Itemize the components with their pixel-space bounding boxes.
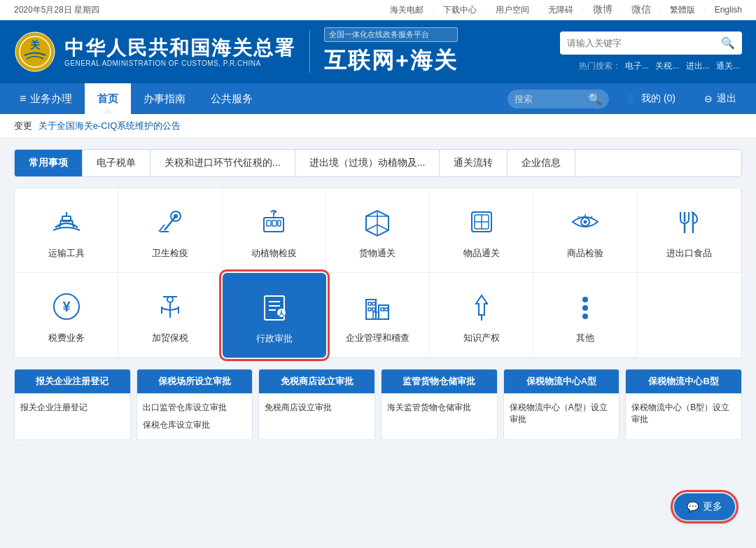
search-button[interactable]: 🔍 [714,31,742,55]
service-hygiene[interactable]: 卫生检疫 [118,188,222,273]
hot-link-4[interactable]: 通关... [716,61,740,71]
date-display: 2020年5月28日 星期四 [14,4,99,16]
announcement-link[interactable]: 关于全国海关e-CIQ系统维护的公告 [38,120,181,131]
card-duty-free-link-0[interactable]: 免税商店设立审批 [265,399,369,416]
weibo-icon[interactable]: 微博 [593,3,612,16]
hot-search-label: 热门搜索： [579,61,621,71]
service-inspection[interactable]: 商品检验 [533,188,637,273]
card-duty-free-title: 免税商店设立审批 [259,370,374,393]
tab-etax[interactable]: 电子税单 [83,150,150,176]
card-storage-link-0[interactable]: 海关监管货物仓储审批 [387,399,491,416]
nav-search-input[interactable] [514,94,584,104]
wzai-link[interactable]: 无障碍 [548,4,573,16]
card-logistics-b-link-0[interactable]: 保税物流中心（B型）设立审批 [631,399,736,428]
svg-point-55 [582,305,588,311]
weixin-icon[interactable]: 微信 [631,3,651,16]
service-other-label: 其他 [576,332,594,344]
svg-text:¥: ¥ [62,299,71,314]
other-icon [567,288,603,325]
service-other[interactable]: 其他 [533,273,637,358]
svg-rect-12 [272,220,276,226]
hot-link-1[interactable]: 电子... [625,61,649,71]
svg-point-24 [584,220,587,224]
svg-point-8 [174,214,178,218]
tab-common[interactable]: 常用事项 [15,150,83,176]
card-bonded-place-title: 保税场所设立审批 [137,370,253,393]
service-bonded[interactable]: 加贸保税 [118,273,222,358]
service-tax[interactable]: ¥ 税费业务 [15,273,118,358]
svg-point-33 [167,297,173,302]
card-customs-reg-body: 报关企业注册登记 [15,393,130,422]
logo-section: 关 中华人民共和国海关总署 GENERAL ADMINISTRATION OF … [0,20,309,83]
eye-icon [567,204,603,240]
english-lang-link[interactable]: English [715,5,742,15]
card-bonded-place: 保税场所设立审批 出口监管仓库设立审批 保税仓库设立审批 [136,369,253,440]
customs-logo-icon: 关 [14,31,56,73]
svg-line-17 [366,225,377,230]
service-ip[interactable]: 知识产权 [430,273,533,358]
service-goods[interactable]: 物品通关 [430,188,533,273]
card-logistics-b-title: 保税物流中心B型 [626,370,741,393]
services-grid: 运输工具 卫生检疫 [14,188,742,358]
svg-rect-44 [379,305,388,319]
service-food[interactable]: 进出口食品 [638,188,741,273]
tab-enterprise[interactable]: 企业信息 [507,150,575,176]
tab-tariff[interactable]: 关税和进口环节代征税的... [150,150,295,176]
nav-business-label: 业务办理 [30,92,72,106]
building-icon [359,288,396,325]
service-enterprise[interactable]: 企业管理和稽查 [326,273,430,358]
search-section: 🔍 热门搜索： 电子... 关税... 进出... 通关... [472,20,756,83]
yhkj-link[interactable]: 用户空间 [496,4,529,16]
nav-my[interactable]: 👤 我的 (0) [612,92,688,105]
approval-icon: 人 [256,289,293,325]
xzzx-link[interactable]: 下载中心 [443,4,477,16]
service-food-label: 进出口食品 [666,247,712,260]
card-logistics-a: 保税物流中心A型 保税物流中心（A型）设立审批 [503,369,620,440]
card-storage-body: 海关监管货物仓储审批 [382,393,497,422]
service-transport[interactable]: 运输工具 [15,188,118,273]
nav-business[interactable]: ≡ 业务办理 [7,83,85,114]
search-input[interactable] [560,33,714,53]
nav-public[interactable]: 公共服务 [198,83,265,114]
nav-home[interactable]: 首页 [85,83,131,114]
service-plant[interactable]: 动植物检疫 [223,188,326,273]
hot-link-3[interactable]: 进出... [686,61,710,71]
card-storage: 监管货物仓储审批 海关监管货物仓储审批 [381,369,498,440]
menu-icon: ≡ [20,92,26,105]
card-customs-reg: 报关企业注册登记 报关企业注册登记 [14,369,131,440]
service-inspection-label: 商品检验 [567,247,603,260]
hot-link-2[interactable]: 关税... [655,61,679,71]
announcement-prefix: 变更 [14,120,32,131]
search-box[interactable]: 🔍 [560,31,742,55]
svg-rect-13 [278,220,281,226]
tab-clearance[interactable]: 通关流转 [440,150,507,176]
tab-animal[interactable]: 进出境（过境）动植物及... [295,150,440,176]
card-bonded-place-link-1[interactable]: 保税仓库设立审批 [143,416,247,434]
service-cargo[interactable]: 货物通关 [326,188,430,273]
nav-home-label: 首页 [97,92,118,106]
nav-right-section: 🔍 👤 我的 (0) ⊖ 退出 [507,83,749,114]
svg-line-9 [159,225,164,232]
nav-logout[interactable]: ⊖ 退出 [692,92,749,105]
traditional-lang-link[interactable]: 繁體版 [670,4,695,16]
nav-guide[interactable]: 办事指南 [131,83,198,114]
svg-point-0 [15,32,55,71]
service-goods-label: 物品通关 [463,247,500,260]
card-logistics-a-link-0[interactable]: 保税物流中心（A型）设立审批 [510,399,614,428]
user-icon: 👤 [625,93,637,104]
ship-icon [48,204,85,240]
main-nav: ≡ 业务办理 首页 办事指南 公共服务 🔍 👤 我的 (0) ⊖ 退出 [0,83,756,114]
card-duty-free-body: 免税商店设立审批 [259,393,374,422]
card-bonded-place-link-0[interactable]: 出口监管仓库设立审批 [143,399,247,416]
nav-search[interactable]: 🔍 [507,90,609,108]
card-customs-reg-link-0[interactable]: 报关企业注册登记 [20,399,125,416]
service-approval[interactable]: 人 行政审批 [223,273,326,358]
site-title-en: GENERAL ADMINISTRATION OF CUSTOMS, P.R.C… [64,59,295,67]
card-logistics-b-body: 保税物流中心（B型）设立审批 [626,393,741,434]
hgdy-link[interactable]: 海关电邮 [390,4,424,16]
site-header: 关 中华人民共和国海关总署 GENERAL ADMINISTRATION OF … [0,20,756,83]
svg-rect-50 [381,308,384,311]
plant-icon [255,204,292,240]
site-title-cn: 中华人民共和国海关总署 [64,36,295,60]
logout-icon: ⊖ [704,93,713,104]
